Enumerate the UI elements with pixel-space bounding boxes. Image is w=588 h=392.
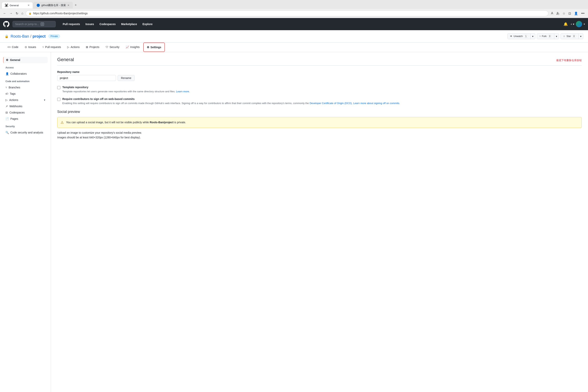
read-btn[interactable]: あ [555, 10, 560, 16]
nav-codespaces[interactable]: Codespaces [97, 21, 118, 27]
actions-icon: ▷ [67, 46, 70, 48]
nav-pull-requests[interactable]: ⑂ Pull requests [40, 42, 64, 52]
repo-visibility-badge: Private [48, 34, 60, 38]
star-dropdown[interactable]: ▾ [578, 34, 583, 39]
translate-btn[interactable]: A [550, 10, 554, 16]
favorite-btn[interactable]: ☆ [561, 10, 566, 16]
template-repo-row: Template repository Template repositorie… [57, 86, 582, 94]
sidebar-pages-label: Pages [10, 117, 18, 120]
browser-tabs: General ✕ github删除仓库 - 搜索 ✕ + [0, 0, 588, 9]
sidebar-code-security-label: Code security and analysis [10, 131, 43, 134]
nav-code[interactable]: <> Code [5, 42, 21, 52]
forward-button[interactable]: → [8, 11, 13, 16]
star-group: ☆ Star 0 ▾ [560, 33, 583, 39]
address-bar[interactable]: 🔒 https://github.com/Roots-Ban/project/s… [26, 10, 548, 16]
tab-general[interactable]: General ✕ [2, 2, 33, 8]
sign-off-checkbox[interactable] [57, 98, 60, 101]
nav-projects[interactable]: ⊞ Projects [83, 42, 102, 52]
star-button[interactable]: ☆ Star 0 [561, 34, 578, 39]
nav-actions-label: Actions [70, 46, 80, 48]
fork-button[interactable]: ⑂ Fork 0 [537, 34, 554, 39]
search-bar[interactable]: Search or jump to... / [12, 21, 56, 27]
sidebar-item-general[interactable]: ⚙ General [3, 57, 48, 63]
nav-security-label: Security [110, 46, 120, 48]
header-actions: 🔔 + ▾ ▾ [562, 21, 585, 28]
sidebar-item-tags[interactable]: 🏷 Tags [3, 90, 48, 97]
tag-icon: 🏷 [6, 92, 8, 95]
github-nav: Pull requests Issues Codespaces Marketpl… [60, 21, 155, 27]
social-preview-heading: Social preview [57, 110, 582, 114]
unwatch-dropdown[interactable]: ▾ [530, 34, 535, 39]
profile-nav-btn[interactable]: 👤 [573, 10, 579, 16]
github-header: Search or jump to... / Pull requests Iss… [0, 18, 588, 30]
refresh-button[interactable]: ↻ [15, 11, 19, 16]
nav-pr-label: Pull requests [45, 46, 61, 48]
sign-off-learn-more[interactable]: Learn more about signing off on commits. [353, 102, 400, 105]
back-button[interactable]: ← [2, 11, 7, 16]
search-placeholder: Search or jump to... [15, 22, 39, 26]
tab-search-label: github删除仓库 - 搜索 [41, 4, 66, 7]
address-text: https://github.com/Roots-Ban/project/set… [33, 12, 88, 15]
tab-search-close[interactable]: ✕ [68, 4, 70, 7]
nav-security[interactable]: 🛡 Security [103, 42, 122, 52]
repo-header: 🔒 Roots-Ban / project Private 👁 Unwatch … [0, 30, 588, 42]
sign-off-row: Require contributors to sign off on web-… [57, 98, 582, 105]
nav-issues[interactable]: ⊙ Issues [22, 42, 39, 52]
repo-name-row: Rename [57, 75, 582, 81]
user-avatar[interactable] [576, 21, 582, 27]
nav-marketplace[interactable]: Marketplace [119, 21, 139, 27]
notifications-button[interactable]: 🔔 [562, 21, 569, 28]
nav-insights-label: Insights [130, 46, 140, 48]
github-logo [3, 21, 10, 27]
sign-off-desc: Enabling this setting will require contr… [62, 101, 582, 105]
tab-general-close[interactable]: ✕ [28, 4, 30, 7]
nav-explore[interactable]: Explore [140, 21, 155, 27]
sidebar-item-actions[interactable]: ▷ Actions ▾ [3, 97, 48, 103]
rename-button[interactable]: Rename [118, 75, 135, 81]
repo-nav: <> Code ⊙ Issues ⑂ Pull requests ▷ Actio… [0, 42, 588, 52]
settings-hint: 最底下有删除仓库按钮 [556, 58, 582, 62]
settings-nav-highlight: ⚙ Settings [143, 42, 165, 52]
nav-actions[interactable]: ▷ Actions [64, 42, 82, 52]
sidebar-security-label: Security [3, 122, 48, 129]
new-item-button[interactable]: + ▾ [570, 22, 574, 26]
settings-page-title: General [57, 57, 74, 62]
sidebar-item-codespaces[interactable]: ⊟ Codespaces [3, 109, 48, 116]
unwatch-button[interactable]: 👁 Unwatch 1 [508, 34, 530, 39]
sidebar-item-branches[interactable]: ⑂ Branches [3, 84, 48, 90]
sidebar-item-webhooks[interactable]: ↗ Webhooks [3, 103, 48, 109]
unwatch-group: 👁 Unwatch 1 ▾ [508, 33, 535, 39]
sidebar-item-pages[interactable]: 📄 Pages [3, 116, 48, 122]
repo-name-input[interactable] [57, 75, 116, 81]
collections-btn[interactable]: ⊡ [567, 10, 572, 16]
star-count: 0 [572, 35, 576, 38]
nav-settings[interactable]: ⚙ Settings [144, 43, 164, 51]
sidebar-item-code-security[interactable]: 🔍 Code security and analysis [3, 129, 48, 136]
template-repo-checkbox[interactable] [57, 86, 60, 89]
new-tab-button[interactable]: + [73, 2, 78, 9]
actions-sidebar-icon: ▷ [6, 98, 8, 102]
home-button[interactable]: ⌂ [20, 11, 24, 16]
sidebar-general-label: General [10, 58, 20, 62]
fork-dropdown[interactable]: ▾ [554, 34, 559, 39]
nav-issues[interactable]: Issues [83, 21, 96, 27]
sidebar-webhooks-label: Webhooks [10, 105, 22, 108]
sidebar-branches-label: Branches [8, 86, 20, 89]
template-repo-desc: Template repositories let users generate… [62, 90, 582, 94]
sidebar-item-collaborators[interactable]: 👤 Collaborators [3, 70, 48, 77]
more-btn[interactable]: ••• [580, 10, 586, 16]
issue-icon: ⊙ [25, 46, 27, 48]
nav-insights[interactable]: 📈 Insights [123, 42, 142, 52]
tab-search[interactable]: github删除仓库 - 搜索 ✕ [33, 2, 73, 8]
avatar-dropdown[interactable]: ▾ [584, 23, 585, 26]
repo-name-link[interactable]: project [32, 34, 46, 38]
repo-owner-link[interactable]: Roots-Ban [10, 34, 29, 38]
fork-group: ⑂ Fork 0 ▾ [537, 33, 559, 39]
dco-link[interactable]: Developer Certificate of Origin (DCO). [310, 102, 352, 105]
pages-icon: 📄 [6, 117, 9, 120]
actions-expand-icon: ▾ [44, 98, 45, 102]
repo-name-section: Repository name Rename [57, 70, 582, 81]
nav-pull-requests[interactable]: Pull requests [60, 21, 82, 27]
settings-highlight-box: ⚙ Settings [143, 42, 165, 52]
template-repo-learn-more[interactable]: Learn more. [176, 90, 190, 93]
